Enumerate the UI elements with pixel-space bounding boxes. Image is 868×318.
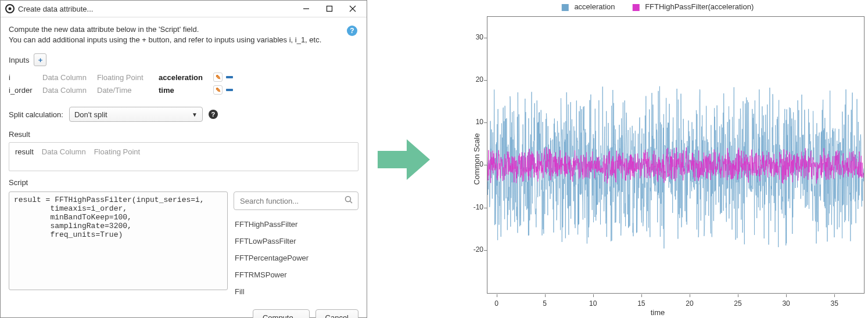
remove-input-button[interactable] [226, 76, 233, 78]
function-item[interactable]: FFTLowPassFilter [234, 233, 358, 250]
split-label: Split calculation: [9, 110, 63, 119]
search-input[interactable] [239, 196, 341, 206]
cancel-button[interactable]: Cancel [315, 309, 358, 318]
plot-area [487, 16, 865, 294]
y-axis-label: Common Scale [472, 133, 481, 185]
arrow-icon [378, 139, 430, 180]
remove-input-button[interactable] [226, 89, 233, 91]
window-close-button[interactable] [341, 1, 364, 17]
chart: acceleration FFTHighPassFilter(accelerat… [447, 0, 868, 318]
pencil-icon[interactable]: ✎ [213, 85, 223, 95]
dialog-description: Compute the new data attribute below in … [9, 24, 358, 45]
split-calculation-dropdown[interactable]: Don't split ▼ [69, 107, 203, 122]
help-icon[interactable]: ? [347, 26, 357, 36]
input-row: i_order Data Column Date/Time time ✎ [9, 84, 358, 96]
result-dtype: Floating Point [94, 147, 141, 156]
function-list: FFTHighPassFilter FFTLowPassFilter FFTPe… [234, 216, 358, 300]
y-tick-label: 20 [469, 75, 483, 84]
y-tick-label: -10 [469, 203, 483, 211]
legend-swatch [562, 4, 569, 11]
dialog-title: Create data attribute... [18, 5, 93, 13]
x-tick-label: 0 [494, 299, 498, 308]
x-tick-label: 20 [686, 299, 693, 308]
x-tick-label: 30 [782, 299, 790, 308]
x-tick-label: 35 [830, 299, 838, 308]
result-var: result [15, 147, 34, 156]
function-item[interactable]: FFTHighPassFilter [234, 216, 358, 233]
legend-item: FFTHighPassFilter(acceleration) [633, 2, 754, 11]
create-data-attribute-dialog: Create data attribute... Compute the new… [0, 0, 367, 318]
x-tick-label: 5 [543, 299, 547, 308]
y-tick-label: 10 [469, 118, 483, 126]
script-header: Script [9, 178, 358, 187]
x-tick-label: 10 [589, 299, 597, 308]
legend-label: FFTHighPassFilter(acceleration) [645, 2, 754, 11]
y-tick-label: 0 [469, 160, 483, 168]
functions-panel: FFTHighPassFilter FFTLowPassFilter FFTPe… [234, 191, 358, 300]
desc-line: You can add additional inputs using the … [9, 35, 358, 45]
function-item[interactable]: FFTRMSPower [234, 266, 358, 283]
y-tick-label: 30 [469, 33, 483, 41]
split-value: Don't split [74, 110, 107, 119]
input-dtype: Floating Point [97, 73, 150, 82]
input-var: i [9, 73, 34, 82]
chevron-down-icon: ▼ [192, 111, 198, 118]
inputs-label: Inputs [9, 56, 29, 64]
window-minimize-button[interactable] [295, 1, 318, 17]
svg-line-7 [350, 201, 353, 204]
app-icon [5, 4, 15, 13]
svg-marker-8 [378, 139, 430, 180]
window-maximize-button[interactable] [318, 1, 341, 17]
input-row: i Data Column Floating Point acceleratio… [9, 71, 358, 84]
result-box: result Data Column Floating Point [9, 142, 358, 171]
compute-button[interactable]: Compute... [253, 309, 310, 318]
function-search[interactable] [234, 191, 358, 210]
input-kind: Data Column [42, 73, 89, 82]
x-tick-label: 15 [637, 299, 645, 308]
info-icon[interactable]: ? [209, 110, 218, 119]
svg-point-6 [346, 197, 351, 202]
legend-label: acceleration [574, 2, 615, 11]
input-var: i_order [9, 86, 34, 95]
input-name: time [159, 86, 205, 95]
pencil-icon[interactable]: ✎ [213, 73, 223, 82]
input-dtype: Date/Time [97, 86, 150, 95]
x-tick-label: 25 [734, 299, 741, 308]
search-icon [345, 196, 353, 206]
svg-point-1 [9, 8, 12, 10]
legend-swatch [633, 4, 640, 11]
input-kind: Data Column [42, 86, 89, 95]
script-textarea[interactable]: result = FFTHighPassFilter(input_series=… [9, 191, 228, 290]
svg-rect-3 [327, 6, 332, 12]
chart-legend: acceleration FFTHighPassFilter(accelerat… [562, 2, 754, 11]
desc-line: Compute the new data attribute below in … [9, 24, 358, 35]
result-kind: Data Column [42, 147, 86, 156]
function-item[interactable]: FFTPercentagePower [234, 250, 358, 266]
legend-item: acceleration [562, 2, 615, 11]
titlebar: Create data attribute... [1, 1, 367, 17]
inputs-table: i Data Column Floating Point acceleratio… [9, 71, 358, 96]
input-name: acceleration [159, 73, 205, 82]
result-header: Result [9, 130, 358, 139]
y-tick-label: -20 [469, 245, 483, 254]
add-input-button[interactable]: + [34, 53, 46, 66]
function-item[interactable]: Fill [234, 283, 358, 300]
x-axis-label: time [651, 308, 665, 317]
